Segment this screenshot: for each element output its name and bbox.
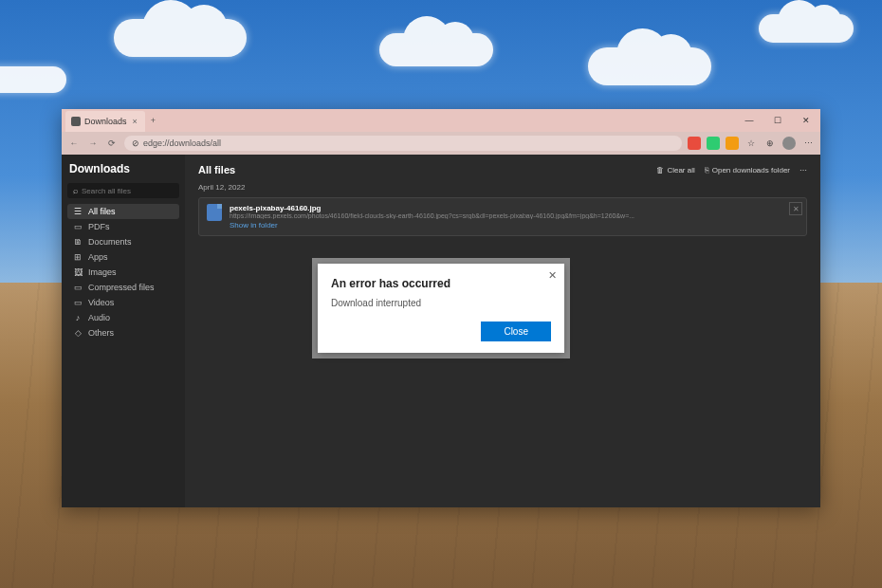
download-url: https://images.pexels.com/photos/46160/f…: [230, 212, 799, 219]
images-icon: 🖼: [73, 267, 83, 277]
forward-button[interactable]: →: [86, 137, 100, 150]
extension-icon[interactable]: [688, 137, 701, 150]
sidebar-item-others[interactable]: ◇Others: [67, 325, 179, 340]
dialog-title: An error has occurred: [331, 277, 551, 290]
sidebar-search[interactable]: ⌕: [67, 183, 179, 198]
browser-tab[interactable]: Downloads ×: [65, 111, 145, 132]
videos-icon: ▭: [73, 298, 83, 307]
favorites-icon[interactable]: ☆: [744, 137, 758, 150]
tab-title: Downloads: [84, 117, 127, 126]
back-button[interactable]: ←: [67, 137, 81, 150]
extension-icon[interactable]: [707, 137, 720, 150]
sidebar-item-label: Others: [88, 328, 114, 338]
cloud-decoration: [588, 47, 711, 85]
search-icon: ⌕: [73, 186, 78, 195]
address-bar: ← → ⟳ ⊘ ☆ ⊕ ⋯: [62, 132, 820, 155]
error-dialog: ✕ An error has occurred Download interru…: [318, 264, 564, 353]
sidebar-item-label: Documents: [88, 237, 132, 247]
maximize-button[interactable]: ☐: [763, 109, 792, 132]
url-input-box[interactable]: ⊘: [124, 136, 682, 151]
sidebar-item-label: Videos: [88, 298, 114, 307]
sidebar-item-label: All files: [88, 207, 116, 216]
sidebar-item-apps[interactable]: ⊞Apps: [67, 249, 179, 265]
cloud-decoration: [114, 19, 247, 57]
close-tab-icon[interactable]: ×: [131, 117, 139, 126]
all-files-icon: ☰: [73, 207, 83, 216]
sidebar-item-label: Audio: [88, 313, 110, 322]
more-options-button[interactable]: ⋯: [799, 166, 807, 175]
extension-icon[interactable]: [726, 137, 739, 150]
date-header: April 12, 2022: [198, 183, 807, 192]
trash-icon: 🗑: [656, 166, 664, 175]
sidebar-item-label: Compressed files: [88, 283, 155, 292]
collections-icon[interactable]: ⊕: [763, 137, 777, 150]
download-filename: pexels-pixabay-46160.jpg: [230, 204, 799, 212]
pdfs-icon: ▭: [73, 222, 83, 231]
apps-icon: ⊞: [73, 252, 83, 262]
profile-avatar[interactable]: [782, 137, 796, 150]
url-input[interactable]: [143, 138, 674, 148]
dialog-body: ✕ An error has occurred Download interru…: [318, 264, 564, 353]
minimize-button[interactable]: —: [735, 109, 763, 132]
open-folder-icon: ⎘: [705, 166, 709, 175]
refresh-button[interactable]: ⟳: [105, 137, 119, 150]
sidebar-item-images[interactable]: 🖼Images: [67, 265, 179, 280]
clear-all-button[interactable]: 🗑 Clear all: [656, 166, 694, 175]
cloud-decoration: [759, 14, 854, 43]
dialog-close-button[interactable]: Close: [481, 322, 551, 341]
sidebar-title: Downloads: [67, 162, 179, 175]
sidebar: Downloads ⌕ ☰All files▭PDFs🗎Documents⊞Ap…: [62, 155, 185, 507]
dialog-close-icon[interactable]: ✕: [548, 269, 557, 282]
sidebar-item-documents[interactable]: 🗎Documents: [67, 234, 179, 249]
download-icon: [71, 117, 81, 126]
documents-icon: 🗎: [73, 237, 83, 247]
sidebar-item-audio[interactable]: ♪Audio: [67, 310, 179, 325]
browser-window: Downloads × + — ☐ ✕ ← → ⟳ ⊘ ☆ ⊕ ⋯ Downlo…: [62, 109, 820, 507]
site-info-icon[interactable]: ⊘: [132, 138, 139, 148]
main-title: All files: [198, 164, 235, 175]
audio-icon: ♪: [73, 313, 83, 322]
dialog-message: Download interrupted: [331, 298, 551, 308]
close-window-button[interactable]: ✕: [792, 109, 820, 132]
compressed-files-icon: ▭: [73, 283, 83, 292]
sidebar-item-label: PDFs: [88, 222, 110, 231]
sidebar-item-pdfs[interactable]: ▭PDFs: [67, 219, 179, 234]
search-input[interactable]: [82, 187, 181, 195]
menu-button[interactable]: ⋯: [801, 137, 815, 150]
sidebar-item-label: Apps: [88, 252, 108, 262]
sidebar-item-label: Images: [88, 267, 117, 277]
open-downloads-folder-button[interactable]: ⎘ Open downloads folder: [705, 166, 790, 175]
sidebar-item-compressed-files[interactable]: ▭Compressed files: [67, 280, 179, 295]
file-icon: [207, 204, 222, 221]
remove-download-button[interactable]: ✕: [789, 202, 802, 215]
titlebar[interactable]: Downloads × + — ☐ ✕: [62, 109, 820, 132]
sidebar-item-videos[interactable]: ▭Videos: [67, 295, 179, 310]
show-in-folder-link[interactable]: Show in folder: [230, 221, 799, 230]
cloud-decoration: [0, 66, 66, 93]
sidebar-item-all-files[interactable]: ☰All files: [67, 204, 179, 219]
others-icon: ◇: [73, 328, 83, 338]
new-tab-button[interactable]: +: [145, 109, 161, 132]
cloud-decoration: [379, 33, 493, 66]
download-item[interactable]: pexels-pixabay-46160.jpg https://images.…: [198, 197, 807, 236]
